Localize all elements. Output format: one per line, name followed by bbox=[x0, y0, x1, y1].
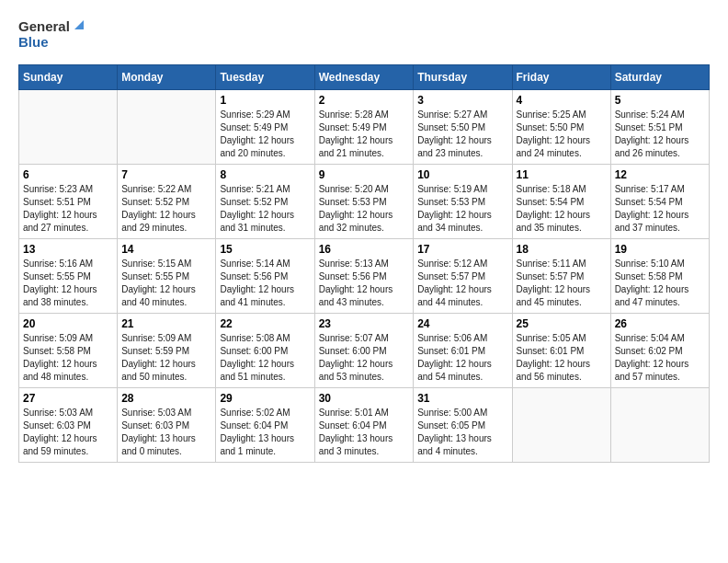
cell-info-text: Sunrise: 5:13 AMSunset: 5:56 PMDaylight:… bbox=[319, 258, 410, 309]
header-thursday: Thursday bbox=[414, 65, 512, 90]
cell-info-text: Sunrise: 5:08 AMSunset: 6:00 PMDaylight:… bbox=[220, 332, 310, 384]
cell-day-number: 5 bbox=[615, 94, 705, 107]
cell-day-number: 11 bbox=[517, 168, 607, 181]
calendar-cell: 4Sunrise: 5:25 AMSunset: 5:50 PMDaylight… bbox=[512, 90, 610, 165]
cell-info-text: Sunrise: 5:06 AMSunset: 6:01 PMDaylight:… bbox=[417, 332, 507, 384]
calendar-cell: 28Sunrise: 5:03 AMSunset: 6:03 PMDayligh… bbox=[118, 388, 216, 463]
cell-info-text: Sunrise: 5:29 AMSunset: 5:49 PMDaylight:… bbox=[220, 109, 310, 160]
cell-day-number: 25 bbox=[517, 317, 607, 330]
cell-info-text: Sunrise: 5:17 AMSunset: 5:54 PMDaylight:… bbox=[615, 183, 705, 235]
cell-info-text: Sunrise: 5:07 AMSunset: 6:00 PMDaylight:… bbox=[319, 332, 410, 384]
cell-day-number: 3 bbox=[417, 94, 507, 107]
cell-info-text: Sunrise: 5:14 AMSunset: 5:56 PMDaylight:… bbox=[220, 258, 310, 309]
calendar-cell: 9Sunrise: 5:20 AMSunset: 5:53 PMDaylight… bbox=[314, 165, 414, 239]
svg-marker-0 bbox=[74, 20, 84, 29]
calendar-week-row: 13Sunrise: 5:16 AMSunset: 5:55 PMDayligh… bbox=[19, 239, 710, 314]
calendar-cell: 1Sunrise: 5:29 AMSunset: 5:49 PMDaylight… bbox=[216, 90, 314, 165]
calendar-cell: 25Sunrise: 5:05 AMSunset: 6:01 PMDayligh… bbox=[512, 314, 610, 388]
calendar-cell: 7Sunrise: 5:22 AMSunset: 5:52 PMDaylight… bbox=[118, 165, 216, 239]
cell-info-text: Sunrise: 5:18 AMSunset: 5:54 PMDaylight:… bbox=[517, 183, 607, 235]
calendar-cell: 27Sunrise: 5:03 AMSunset: 6:03 PMDayligh… bbox=[19, 388, 118, 463]
calendar-cell bbox=[19, 90, 118, 165]
cell-day-number: 17 bbox=[417, 243, 507, 256]
calendar-cell: 14Sunrise: 5:15 AMSunset: 5:55 PMDayligh… bbox=[118, 239, 216, 314]
cell-info-text: Sunrise: 5:02 AMSunset: 6:04 PMDaylight:… bbox=[220, 407, 310, 458]
cell-day-number: 23 bbox=[319, 317, 410, 330]
calendar-cell: 5Sunrise: 5:24 AMSunset: 5:51 PMDaylight… bbox=[610, 90, 709, 165]
header-saturday: Saturday bbox=[610, 65, 709, 90]
calendar-cell: 18Sunrise: 5:11 AMSunset: 5:57 PMDayligh… bbox=[512, 239, 610, 314]
logo: General Blue bbox=[18, 18, 85, 50]
header-monday: Monday bbox=[118, 65, 216, 90]
cell-day-number: 19 bbox=[615, 243, 705, 256]
cell-info-text: Sunrise: 5:20 AMSunset: 5:53 PMDaylight:… bbox=[319, 183, 410, 235]
calendar-cell: 6Sunrise: 5:23 AMSunset: 5:51 PMDaylight… bbox=[19, 165, 118, 239]
header-sunday: Sunday bbox=[19, 65, 118, 90]
calendar-cell: 21Sunrise: 5:09 AMSunset: 5:59 PMDayligh… bbox=[118, 314, 216, 388]
cell-info-text: Sunrise: 5:21 AMSunset: 5:52 PMDaylight:… bbox=[220, 183, 310, 235]
calendar-cell bbox=[512, 388, 610, 463]
cell-day-number: 31 bbox=[417, 392, 507, 405]
cell-info-text: Sunrise: 5:28 AMSunset: 5:49 PMDaylight:… bbox=[319, 109, 410, 160]
calendar-cell: 3Sunrise: 5:27 AMSunset: 5:50 PMDaylight… bbox=[414, 90, 512, 165]
cell-day-number: 15 bbox=[220, 243, 310, 256]
cell-day-number: 14 bbox=[121, 243, 211, 256]
cell-day-number: 1 bbox=[220, 94, 310, 107]
calendar-week-row: 6Sunrise: 5:23 AMSunset: 5:51 PMDaylight… bbox=[19, 165, 710, 239]
calendar-cell: 20Sunrise: 5:09 AMSunset: 5:58 PMDayligh… bbox=[19, 314, 118, 388]
calendar-cell: 26Sunrise: 5:04 AMSunset: 6:02 PMDayligh… bbox=[610, 314, 709, 388]
cell-info-text: Sunrise: 5:24 AMSunset: 5:51 PMDaylight:… bbox=[615, 109, 705, 160]
cell-info-text: Sunrise: 5:09 AMSunset: 5:59 PMDaylight:… bbox=[121, 332, 211, 384]
calendar-cell: 16Sunrise: 5:13 AMSunset: 5:56 PMDayligh… bbox=[314, 239, 414, 314]
cell-info-text: Sunrise: 5:03 AMSunset: 6:03 PMDaylight:… bbox=[23, 407, 113, 458]
header-friday: Friday bbox=[512, 65, 610, 90]
cell-day-number: 4 bbox=[517, 94, 607, 107]
calendar-cell: 8Sunrise: 5:21 AMSunset: 5:52 PMDaylight… bbox=[216, 165, 314, 239]
calendar-cell: 22Sunrise: 5:08 AMSunset: 6:00 PMDayligh… bbox=[216, 314, 314, 388]
cell-day-number: 20 bbox=[23, 317, 113, 330]
calendar-week-row: 1Sunrise: 5:29 AMSunset: 5:49 PMDaylight… bbox=[19, 90, 710, 165]
cell-info-text: Sunrise: 5:03 AMSunset: 6:03 PMDaylight:… bbox=[121, 407, 211, 458]
cell-day-number: 7 bbox=[121, 168, 211, 181]
cell-day-number: 9 bbox=[319, 168, 410, 181]
cell-info-text: Sunrise: 5:25 AMSunset: 5:50 PMDaylight:… bbox=[517, 109, 607, 160]
header-tuesday: Tuesday bbox=[216, 65, 314, 90]
calendar-cell: 11Sunrise: 5:18 AMSunset: 5:54 PMDayligh… bbox=[512, 165, 610, 239]
cell-info-text: Sunrise: 5:15 AMSunset: 5:55 PMDaylight:… bbox=[121, 258, 211, 309]
cell-day-number: 26 bbox=[615, 317, 705, 330]
cell-day-number: 22 bbox=[220, 317, 310, 330]
cell-day-number: 29 bbox=[220, 392, 310, 405]
cell-info-text: Sunrise: 5:01 AMSunset: 6:04 PMDaylight:… bbox=[319, 407, 410, 458]
cell-day-number: 24 bbox=[417, 317, 507, 330]
cell-day-number: 27 bbox=[23, 392, 113, 405]
cell-info-text: Sunrise: 5:10 AMSunset: 5:58 PMDaylight:… bbox=[615, 258, 705, 309]
cell-day-number: 10 bbox=[417, 168, 507, 181]
cell-day-number: 6 bbox=[23, 168, 113, 181]
calendar-cell: 23Sunrise: 5:07 AMSunset: 6:00 PMDayligh… bbox=[314, 314, 414, 388]
calendar-cell: 13Sunrise: 5:16 AMSunset: 5:55 PMDayligh… bbox=[19, 239, 118, 314]
calendar-cell: 12Sunrise: 5:17 AMSunset: 5:54 PMDayligh… bbox=[610, 165, 709, 239]
cell-info-text: Sunrise: 5:23 AMSunset: 5:51 PMDaylight:… bbox=[23, 183, 113, 235]
page-header: General Blue bbox=[18, 18, 710, 50]
calendar-cell: 2Sunrise: 5:28 AMSunset: 5:49 PMDaylight… bbox=[314, 90, 414, 165]
cell-info-text: Sunrise: 5:11 AMSunset: 5:57 PMDaylight:… bbox=[517, 258, 607, 309]
cell-day-number: 21 bbox=[121, 317, 211, 330]
cell-day-number: 30 bbox=[319, 392, 410, 405]
calendar-table: SundayMondayTuesdayWednesdayThursdayFrid… bbox=[18, 64, 710, 463]
calendar-week-row: 20Sunrise: 5:09 AMSunset: 5:58 PMDayligh… bbox=[19, 314, 710, 388]
calendar-cell: 24Sunrise: 5:06 AMSunset: 6:01 PMDayligh… bbox=[414, 314, 512, 388]
calendar-cell bbox=[610, 388, 709, 463]
cell-day-number: 16 bbox=[319, 243, 410, 256]
header-wednesday: Wednesday bbox=[314, 65, 414, 90]
cell-info-text: Sunrise: 5:05 AMSunset: 6:01 PMDaylight:… bbox=[517, 332, 607, 384]
cell-day-number: 2 bbox=[319, 94, 410, 107]
calendar-cell: 15Sunrise: 5:14 AMSunset: 5:56 PMDayligh… bbox=[216, 239, 314, 314]
calendar-cell bbox=[118, 90, 216, 165]
cell-info-text: Sunrise: 5:00 AMSunset: 6:05 PMDaylight:… bbox=[417, 407, 507, 458]
calendar-cell: 17Sunrise: 5:12 AMSunset: 5:57 PMDayligh… bbox=[414, 239, 512, 314]
calendar-week-row: 27Sunrise: 5:03 AMSunset: 6:03 PMDayligh… bbox=[19, 388, 710, 463]
cell-day-number: 28 bbox=[121, 392, 211, 405]
cell-info-text: Sunrise: 5:22 AMSunset: 5:52 PMDaylight:… bbox=[121, 183, 211, 235]
logo-triangle-icon bbox=[73, 18, 85, 34]
calendar-cell: 10Sunrise: 5:19 AMSunset: 5:53 PMDayligh… bbox=[414, 165, 512, 239]
